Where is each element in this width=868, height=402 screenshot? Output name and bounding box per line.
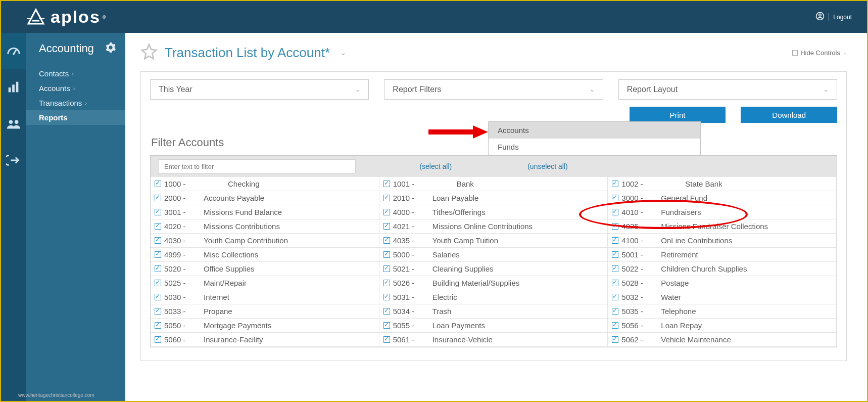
account-cell[interactable]: 5020 -Office Supplies xyxy=(151,262,379,276)
unselect-all-link[interactable]: (unselect all) xyxy=(527,162,567,170)
checkbox-icon xyxy=(383,336,390,343)
checkbox-icon xyxy=(612,322,618,329)
period-select-label: This Year xyxy=(159,85,192,94)
account-cell[interactable]: 5022 -Children Church Supplies xyxy=(608,262,837,276)
account-cell[interactable]: 4035 -Youth Camp Tuition xyxy=(379,234,608,248)
account-cell[interactable]: 1001 -Bank xyxy=(379,177,608,191)
checkbox-icon xyxy=(155,336,161,343)
chevron-down-icon: ⌄ xyxy=(355,86,360,93)
account-cell[interactable]: 5031 -Electric xyxy=(379,290,608,304)
rail-item-people[interactable] xyxy=(1,106,26,142)
account-cell[interactable]: 5056 -Loan Repay xyxy=(608,319,837,333)
account-cell[interactable]: 5033 -Propane xyxy=(151,304,379,319)
account-cell[interactable]: 1000 -Checking xyxy=(151,177,379,191)
checkbox-icon xyxy=(383,181,390,187)
checkbox-icon xyxy=(155,223,161,230)
account-cell[interactable]: 4021 -Missions Online Contributions xyxy=(379,219,608,234)
account-cell[interactable]: 4000 -Tithes/Offerings xyxy=(379,205,608,219)
account-cell[interactable]: 5030 -Internet xyxy=(151,290,379,304)
watermark: www.heritagechristiancollege.com xyxy=(18,392,94,398)
svg-rect-4 xyxy=(12,84,15,92)
report-layout-select[interactable]: Report Layout ⌄ xyxy=(618,79,837,100)
hide-controls-label: Hide Controls xyxy=(800,49,840,57)
account-cell[interactable]: 4100 -OnLine Contributions xyxy=(608,234,837,248)
dropdown-item-accounts[interactable]: Accounts xyxy=(489,122,700,139)
svg-point-1 xyxy=(819,14,822,17)
filter-input[interactable] xyxy=(159,159,356,173)
rail-item-dashboard[interactable] xyxy=(1,33,26,69)
sidebar-item-accounts[interactable]: Accounts› xyxy=(26,81,125,96)
account-cell[interactable]: 5055 -Loan Payments xyxy=(379,319,608,333)
select-all-link[interactable]: (select all) xyxy=(419,162,452,170)
report-filters-select[interactable]: Report Filters ⌄ xyxy=(384,79,603,100)
nav-rail xyxy=(1,33,26,401)
star-icon[interactable] xyxy=(140,43,158,62)
checkbox-icon xyxy=(383,322,390,329)
rail-item-reports[interactable] xyxy=(1,69,26,106)
account-cell[interactable]: 5032 -Water xyxy=(608,290,837,304)
download-button[interactable]: Download xyxy=(741,107,837,123)
svg-point-7 xyxy=(14,120,18,124)
filter-head: (select all) (unselect all) xyxy=(151,156,837,177)
checkbox-icon xyxy=(612,251,618,258)
filter-accounts-box: (select all) (unselect all) 1000 -Checki… xyxy=(150,155,837,347)
logo-text: aplos xyxy=(51,7,101,27)
checkbox-icon xyxy=(612,280,618,286)
sidebar-item-reports[interactable]: Reports xyxy=(26,110,125,125)
checkbox-icon xyxy=(383,280,390,286)
account-cell[interactable]: 4010 -Fundraisers xyxy=(608,205,837,219)
checkbox-icon xyxy=(612,237,618,244)
dropdown-item-funds[interactable]: Funds xyxy=(489,139,700,155)
account-cell[interactable]: 5050 -Mortgage Payments xyxy=(151,319,379,333)
topbar: aplos® Logout xyxy=(1,1,867,33)
sidebar-item-transactions[interactable]: Transactions› xyxy=(26,96,125,110)
account-cell[interactable]: 1002 -State Bank xyxy=(608,177,837,191)
checkbox-icon xyxy=(612,336,618,343)
checkbox-icon xyxy=(155,265,161,272)
account-cell[interactable]: 3000 -General Fund xyxy=(608,191,837,205)
checkbox-icon xyxy=(612,195,618,201)
page-title: Transaction List by Account* xyxy=(165,45,330,61)
controls-panel: This Year ⌄ Report Filters ⌄ Report Layo… xyxy=(140,71,847,361)
logo-icon xyxy=(25,7,46,28)
sidebar-item-contacts[interactable]: Contacts› xyxy=(26,66,125,81)
hide-controls-toggle[interactable]: Hide Controls ⌄ xyxy=(792,49,847,57)
report-filters-label: Report Filters xyxy=(393,85,441,94)
user-icon[interactable] xyxy=(815,12,825,22)
account-cell[interactable]: 5035 -Telephone xyxy=(608,304,837,319)
account-cell[interactable]: 5000 -Salaries xyxy=(379,248,608,262)
print-button[interactable]: Print xyxy=(630,107,726,123)
account-cell[interactable]: 3001 -Missions Fund Balance xyxy=(151,205,379,219)
account-cell[interactable]: 4999 -Misc Collections xyxy=(151,248,379,262)
logout-link[interactable]: Logout xyxy=(833,14,852,21)
checkbox-icon xyxy=(383,209,390,215)
main: Accounting Contacts›Accounts›Transaction… xyxy=(1,33,867,401)
sidebar-header: Accounting xyxy=(26,42,125,66)
gear-icon[interactable] xyxy=(105,42,116,55)
topbar-right: Logout xyxy=(815,12,852,22)
account-cell[interactable]: 4020 -Missions Contributions xyxy=(151,219,379,234)
period-select[interactable]: This Year ⌄ xyxy=(150,79,369,100)
svg-rect-3 xyxy=(8,87,11,92)
chevron-down-icon[interactable]: ⌄ xyxy=(340,48,347,57)
account-cell[interactable]: 2010 -Loan Payable xyxy=(379,191,608,205)
account-cell[interactable]: 5060 -Insurance-Facility xyxy=(151,333,379,347)
account-cell[interactable]: 5061 -Insurance-Vehicle xyxy=(379,333,608,347)
account-cell[interactable]: 5001 -Retirement xyxy=(608,248,837,262)
checkbox-icon xyxy=(383,294,390,300)
report-layout-label: Report Layout xyxy=(627,85,678,94)
rail-item-export[interactable] xyxy=(1,142,26,178)
chevron-down-icon: ⌄ xyxy=(843,50,847,55)
account-cell[interactable]: 5021 -Cleaning Supplies xyxy=(379,262,608,276)
account-cell[interactable]: 4025 -Missions Fundraiser Collections xyxy=(608,219,837,234)
account-cell[interactable]: 2000 -Accounts Payable xyxy=(151,191,379,205)
checkbox-icon xyxy=(612,209,618,215)
checkbox-icon xyxy=(383,251,390,258)
account-cell[interactable]: 5034 -Trash xyxy=(379,304,608,319)
account-cell[interactable]: 5025 -Maint/Repair xyxy=(151,276,379,290)
account-cell[interactable]: 5062 -Vehicle Maintenance xyxy=(608,333,837,347)
checkbox-icon xyxy=(383,308,390,315)
account-cell[interactable]: 5028 -Postage xyxy=(608,276,837,290)
account-cell[interactable]: 5026 -Building Material/Supplies xyxy=(379,276,608,290)
account-cell[interactable]: 4030 -Youth Camp Contribution xyxy=(151,234,379,248)
